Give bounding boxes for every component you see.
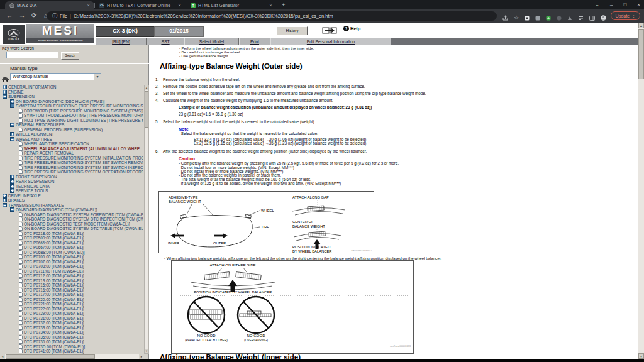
scroll-down-icon[interactable]: ▼ [638,353,644,359]
search-button[interactable]: Search [61,52,79,60]
tree-item[interactable]: DTC P0736:00 [TCM (CW6A-EL)] [1,339,143,344]
browser-tab-mazda[interactable]: M A Z D A × [5,1,94,9]
tree-item[interactable]: DTC P0666:00 [TCM (CW6A-EL)] [1,241,143,246]
history-button[interactable]: History [277,26,308,35]
tree-item[interactable]: DTC P0667:00 [TCM (CW6A-EL)] [1,245,143,250]
tab-search-chevron-icon[interactable]: ⌄ [595,2,599,8]
tree-item[interactable]: NO.1 TPMS WARNING LIGHT ILLUMINATES [TIR… [1,118,143,123]
minus-icon[interactable] [10,104,14,108]
tree-item[interactable]: ON-BOARD DIAGNOSTIC SYSTEM DTC TABLE [TC… [1,226,143,231]
plus-icon[interactable] [10,189,14,193]
tree-item[interactable]: DTC P0721:00 [TCM (CW6A-EL)] [1,302,143,307]
new-tab-button[interactable]: + [282,2,285,8]
browser-menu-icon[interactable]: ⋮ [631,13,636,18]
tree-item[interactable]: DTC P0716:00 [TCM (CW6A-EL)] [1,288,143,293]
plus-icon[interactable] [10,175,14,179]
scroll-thumb[interactable] [6,354,95,359]
scroll-thumb[interactable] [638,29,644,79]
tree-item[interactable]: DTC P0715:00 [TCM (CW6A-EL)] [1,283,143,288]
maximize-window-icon[interactable]: □ [623,2,626,8]
tree-item[interactable]: ON-BOARD DIAGNOSTIC SYSTEM FOREWORD [TCM… [1,212,143,217]
tree-item[interactable]: WHEEL AND TIRE SPECIFICATION [1,141,143,146]
tree-item[interactable]: DTC P0732:00 [TCM (CW6A-EL)] [1,321,143,326]
minus-icon[interactable] [10,207,14,212]
tree-item[interactable]: DTC P06B8:00 [TCM (CW6A-EL)] [1,250,143,255]
tree-item[interactable]: REPAIR AGENT REMOVAL [1,151,143,156]
tree-item[interactable]: DTC P0733:00 [TCM (CW6A-EL)] [1,326,143,331]
update-button[interactable]: Update ⋮ [611,11,640,20]
tree-item[interactable]: TECHNICAL DATA [1,184,143,189]
tree-item[interactable]: DTC P073D:00 [TCM (CW6A-EL)] [1,344,143,349]
scroll-up-icon[interactable]: ▲ [145,85,148,90]
tree-item[interactable]: DTC P0706:00 [TCM (CW6A-EL)] [1,255,143,260]
plus-icon[interactable] [3,85,7,89]
tree-item[interactable]: ON-BOARD DIAGNOSTIC SYSTEM DTC INSPECTIO… [1,217,143,222]
keyword-search-input[interactable] [6,52,58,58]
tree-item[interactable]: ON-BOARD DIAGNOSTIC TEST MODE [TCM (CW6A… [1,222,143,227]
chevron-down-icon[interactable]: ▼ [94,74,101,80]
tree-item[interactable]: DTC P0713:00 [TCM (CW6A-EL)] [1,278,143,283]
extension-icon-4[interactable] [557,12,562,23]
tree-item[interactable]: WHEEL BALANCE ADJUSTMENT (ALUMINUM ALLOY… [1,146,143,151]
back-icon[interactable]: ← [6,11,13,20]
tree-item[interactable]: SUSPENSION [1,94,143,99]
plus-icon[interactable] [10,99,14,104]
tree-item[interactable]: DTC P0708:00 [TCM (CW6A-EL)] [1,264,143,269]
close-window-icon[interactable]: × [637,2,640,8]
tree-item[interactable]: DRIVELINE/AXLE [1,194,143,199]
tree-item[interactable]: TRANSMISSION/TRANSAXLE [1,203,143,208]
plus-icon[interactable] [10,184,14,189]
tab-close-icon[interactable]: × [269,3,272,8]
sidebar-vertical-scrollbar[interactable]: ▲ ▼ [144,85,149,354]
tree-item[interactable]: WHEEL AND TIRES [1,137,143,142]
tree-item[interactable]: DTC P0735:00 [TCM (CW6A-EL)] [1,335,143,340]
tree-item[interactable]: FRONT SUSPENSION [1,175,143,180]
tree-item[interactable]: DTC P0717:00 [TCM (CW6A-EL)] [1,292,143,297]
minimize-window-icon[interactable]: – [610,2,613,8]
minus-icon[interactable] [3,203,7,207]
scroll-right-icon[interactable]: ► [139,354,144,359]
plus-icon[interactable] [3,194,7,198]
tree-item[interactable]: GENERAL PROCEDURES [1,123,143,128]
plus-icon[interactable] [10,179,14,184]
forward-icon[interactable]: → [19,11,25,20]
tree-item[interactable]: REAR SUSPENSION [1,179,143,184]
side-panel-icon[interactable] [589,12,595,23]
tree-item[interactable]: GENERAL INFORMATION [1,85,143,90]
scroll-left-icon[interactable]: ◄ [0,354,5,359]
tree-item[interactable]: TIRE PRESSURE MONITORING SYSTEM SET SWIT… [1,165,143,170]
scroll-up-icon[interactable]: ▲ [638,23,644,28]
extension-icon-3[interactable] [546,12,551,23]
open-in-window-icon[interactable] [322,26,337,37]
tree-item[interactable]: DTC P0707:00 [TCM (CW6A-EL)] [1,260,143,265]
tab-close-icon[interactable]: × [178,3,181,8]
tree-item[interactable]: DTC P0734:00 [TCM (CW6A-EL)] [1,330,143,335]
manual-type-select[interactable]: Workshop Manual ▼ [10,73,101,80]
help-button[interactable]: ? Help [343,26,360,31]
share-icon[interactable] [502,12,508,23]
tree-item[interactable]: SERVICE TOOLS [1,189,143,194]
browser-tab-listgen[interactable]: T HTML List Generator × [186,1,277,9]
tree-item[interactable]: DTC P0729:00 [TCM (CW6A-EL)] [1,311,143,316]
scroll-down-icon[interactable]: ▼ [145,349,148,353]
minus-icon[interactable] [3,94,7,99]
scroll-thumb[interactable] [145,91,148,128]
tab-close-icon[interactable]: × [87,3,90,8]
tree-item[interactable]: ON-BOARD DIAGNOSTIC [DSC HU/CM (TPMS)] [1,99,143,104]
extension-icon-2[interactable] [535,12,540,23]
tree-item[interactable]: WHEEL ALIGNMENT [1,132,143,137]
tree-item[interactable]: DTC P0500:00 [TCM (CW6A-EL)] [1,236,143,241]
extension-icon-5[interactable] [567,12,572,23]
tree-item[interactable]: DTC P0711:00 [TCM (CW6A-EL)] [1,269,143,274]
tree-item[interactable]: ON-BOARD DIAGNOSTIC [TCM (CW6A-EL)] [1,207,143,212]
tree-item[interactable]: SYMPTOM TROUBLESHOOTING [TIRE PRESSURE M… [1,113,143,118]
tree-item[interactable]: DTC P0741:00 [TCM (CW6A-EL)] [1,349,143,354]
tree-item[interactable]: SYMPTOM TROUBLESHOOTING [TIRE PRESSURE M… [1,104,143,109]
tree-item[interactable]: TIRE PRESSURE MONITORING SYSTEM INITIALI… [1,156,143,161]
tree-item[interactable]: FOREWORD [TIRE PRESSURE MONITORING SYSTE… [1,109,143,114]
minus-icon[interactable] [10,137,14,141]
tree-item[interactable]: DTC P0712:00 [TCM (CW6A-EL)] [1,273,143,278]
plus-icon[interactable] [3,90,7,94]
reload-icon[interactable]: ⟳ [31,11,36,20]
page-info-icon[interactable]: ⓘ [52,13,57,19]
